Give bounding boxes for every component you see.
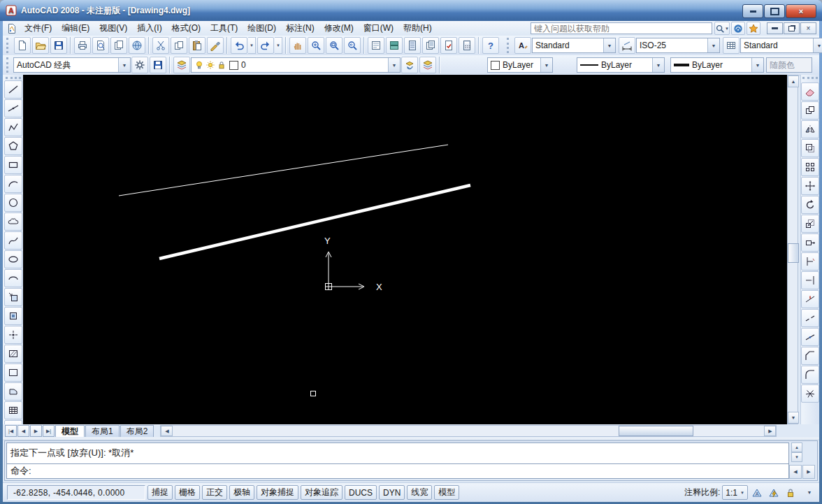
- menu-insert[interactable]: 插入(I): [132, 20, 166, 36]
- polygon-button[interactable]: [4, 137, 22, 155]
- region-button[interactable]: [4, 382, 22, 401]
- minimize-button[interactable]: [742, 4, 763, 18]
- insert-block-button[interactable]: [4, 288, 22, 306]
- chevron-down-icon[interactable]: ▼: [652, 58, 664, 72]
- undo-flyout-button[interactable]: ▼: [248, 37, 256, 54]
- construction-line-button[interactable]: [4, 99, 22, 117]
- ducs-toggle[interactable]: DUCS: [345, 485, 377, 500]
- layer-combo[interactable]: 0 ▼: [191, 57, 401, 73]
- stretch-button[interactable]: [801, 233, 819, 252]
- rotate-button[interactable]: [801, 196, 819, 214]
- child-restore-button[interactable]: [784, 22, 800, 34]
- command-scroll-right-button[interactable]: ▶: [802, 465, 815, 479]
- open-button[interactable]: [32, 37, 49, 54]
- layer-properties-manager-button[interactable]: [173, 57, 190, 73]
- layer-color-swatch[interactable]: [229, 61, 238, 70]
- scroll-up-button[interactable]: ▲: [788, 75, 799, 87]
- grid-toggle[interactable]: 栅格: [175, 485, 200, 500]
- join-button[interactable]: [801, 328, 819, 346]
- chevron-down-icon[interactable]: ▼: [118, 58, 130, 72]
- toolbar-grip[interactable]: [802, 77, 818, 81]
- ortho-toggle[interactable]: 正交: [202, 485, 227, 500]
- infocenter-search-button[interactable]: ▼: [714, 22, 730, 35]
- toolbar-grip[interactable]: [6, 77, 21, 79]
- osnap-toggle[interactable]: 对象捕捉: [257, 485, 298, 500]
- layer-states-button[interactable]: [419, 57, 436, 73]
- annotation-visibility-button[interactable]: [749, 485, 765, 500]
- menu-view[interactable]: 视图(V): [94, 20, 132, 36]
- menu-tools[interactable]: 工具(T): [206, 20, 243, 36]
- chevron-down-icon[interactable]: ▼: [751, 58, 763, 72]
- model-paper-toggle[interactable]: 模型: [434, 485, 459, 500]
- plot-button[interactable]: [74, 37, 91, 54]
- scroll-left-button[interactable]: ◀: [161, 426, 173, 436]
- text-style-button[interactable]: [514, 37, 531, 54]
- help-button[interactable]: [482, 37, 499, 54]
- lineweight-combo[interactable]: ByLayer ▼: [670, 57, 764, 73]
- menu-modify[interactable]: 修改(M): [319, 20, 359, 36]
- layer-previous-button[interactable]: [401, 57, 418, 73]
- tab-next-button[interactable]: ▶: [30, 425, 42, 437]
- scroll-down-button[interactable]: ▼: [788, 412, 799, 424]
- tab-model[interactable]: 模型: [55, 425, 85, 437]
- chamfer-button[interactable]: [801, 347, 819, 365]
- favorites-button[interactable]: [747, 22, 760, 35]
- menu-file[interactable]: 文件(F): [20, 20, 57, 36]
- cut-button[interactable]: [152, 37, 169, 54]
- point-button[interactable]: [4, 326, 22, 344]
- toolbar-grip[interactable]: [6, 57, 10, 73]
- maximize-button[interactable]: [764, 4, 785, 18]
- table-style-button[interactable]: [723, 37, 740, 54]
- tab-layout1[interactable]: 布局1: [85, 425, 120, 437]
- horizontal-scroll-thumb[interactable]: [619, 426, 693, 436]
- layer-lock-icon[interactable]: [217, 60, 226, 70]
- properties-palette-button[interactable]: [368, 37, 384, 54]
- menu-edit[interactable]: 编辑(E): [57, 20, 94, 36]
- command-scroll-up-button[interactable]: ▲: [792, 443, 802, 452]
- make-block-button[interactable]: [4, 307, 22, 325]
- erase-button[interactable]: [801, 82, 819, 101]
- layer-freeze-sun-icon[interactable]: [206, 60, 215, 70]
- tab-first-button[interactable]: |◀: [5, 425, 17, 437]
- table-button[interactable]: [4, 401, 22, 419]
- command-scroll-left-button[interactable]: ◀: [789, 465, 802, 479]
- toolbar-grip[interactable]: [6, 38, 10, 53]
- chevron-down-icon[interactable]: ▼: [707, 38, 719, 52]
- rectangle-button[interactable]: [4, 156, 22, 174]
- chevron-down-icon[interactable]: ▼: [388, 58, 400, 72]
- copy-clip-button[interactable]: [171, 37, 187, 54]
- snap-toggle[interactable]: 捕捉: [147, 485, 173, 500]
- mirror-button[interactable]: [801, 120, 819, 138]
- table-style-combo[interactable]: Standard ▼: [740, 38, 822, 53]
- otrack-toggle[interactable]: 对象追踪: [301, 485, 342, 500]
- scroll-right-button[interactable]: ▶: [764, 426, 776, 436]
- tool-palettes-button[interactable]: [404, 37, 421, 54]
- scale-button[interactable]: [801, 215, 819, 233]
- dim-style-button[interactable]: [619, 37, 635, 54]
- undo-button[interactable]: [231, 37, 247, 54]
- child-minimize-button[interactable]: [767, 22, 783, 34]
- close-button[interactable]: ×: [786, 4, 816, 18]
- coordinate-readout[interactable]: -62.8258, -454.0446, 0.0000: [7, 485, 145, 500]
- chevron-down-icon[interactable]: ▼: [540, 58, 552, 72]
- workspace-combo[interactable]: AutoCAD 经典 ▼: [13, 57, 131, 73]
- quickcalc-button[interactable]: [459, 37, 475, 54]
- polyline-button[interactable]: [4, 118, 22, 136]
- plot-preview-button[interactable]: [92, 37, 109, 54]
- menu-window[interactable]: 窗口(W): [359, 20, 398, 36]
- copy-object-button[interactable]: [801, 101, 819, 120]
- chevron-down-icon[interactable]: ▼: [603, 38, 615, 52]
- toolbar-grip[interactable]: [507, 38, 511, 53]
- ellipse-button[interactable]: [4, 250, 22, 268]
- dim-style-combo[interactable]: ISO-25 ▼: [636, 38, 720, 53]
- annotation-autoscale-button[interactable]: [766, 485, 781, 500]
- redo-flyout-button[interactable]: ▼: [275, 37, 282, 54]
- pan-button[interactable]: [289, 37, 306, 54]
- hatch-button[interactable]: [4, 345, 22, 363]
- workspace-settings-button[interactable]: [131, 57, 148, 73]
- array-button[interactable]: [801, 158, 819, 176]
- paste-button[interactable]: [189, 37, 206, 54]
- polar-toggle[interactable]: 极轴: [229, 485, 254, 500]
- status-bar-menu-button[interactable]: ▼: [804, 486, 815, 499]
- lineweight-toggle[interactable]: 线宽: [407, 485, 432, 500]
